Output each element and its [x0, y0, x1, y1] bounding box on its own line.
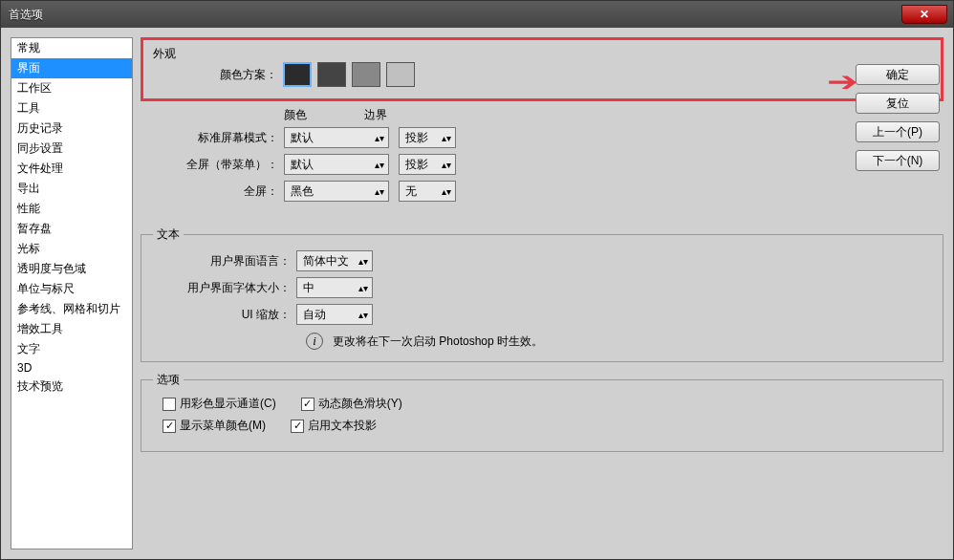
checkbox-label: 动态颜色滑块(Y) — [318, 396, 402, 412]
text-row: UI 缩放：自动▴▾ — [153, 304, 931, 325]
sidebar-item[interactable]: 历史记录 — [11, 118, 132, 139]
main-panel: 外观 颜色方案： 颜色 边界 标准屏幕模式：默认▴▾投影▴▾全屏（带菜单）：默认… — [141, 37, 943, 549]
dialog-body: 常规界面工作区工具历史记录同步设置文件处理导出性能暂存盘光标透明度与色域单位与标… — [1, 28, 953, 559]
annotation-highlight: 外观 颜色方案： — [141, 37, 943, 101]
sidebar-item[interactable]: 3D — [11, 359, 132, 377]
sidebar-item[interactable]: 文字 — [11, 339, 132, 359]
sidebar-item[interactable]: 导出 — [11, 179, 132, 199]
window-title: 首选项 — [9, 7, 43, 23]
color-scheme-swatches — [283, 62, 415, 87]
text-select[interactable]: 简体中文▴▾ — [296, 250, 373, 271]
row-label: 标准屏幕模式： — [141, 130, 284, 146]
checkbox[interactable]: ✓显示菜单颜色(M) — [163, 418, 266, 434]
close-button[interactable]: ✕ — [901, 5, 947, 24]
titlebar: 首选项 ✕ — [1, 1, 953, 28]
sidebar-item[interactable]: 界面 — [11, 58, 132, 78]
sidebar-item[interactable]: 常规 — [11, 38, 132, 58]
text-select[interactable]: 自动▴▾ — [296, 304, 373, 325]
sidebar-item[interactable]: 同步设置 — [11, 139, 132, 159]
row-label: 用户界面语言： — [153, 253, 296, 269]
checkbox-label: 启用文本投影 — [308, 418, 377, 434]
checkbox-label: 显示菜单颜色(M) — [180, 418, 266, 434]
category-sidebar[interactable]: 常规界面工作区工具历史记录同步设置文件处理导出性能暂存盘光标透明度与色域单位与标… — [11, 37, 133, 549]
options-row: 用彩色显示通道(C)✓动态颜色滑块(Y) — [163, 396, 931, 412]
appearance-detail-fieldset: 颜色 边界 标准屏幕模式：默认▴▾投影▴▾全屏（带菜单）：默认▴▾投影▴▾全屏：… — [141, 107, 943, 217]
row-label: 用户界面字体大小： — [153, 280, 296, 296]
appearance-legend: 外观 — [149, 46, 180, 62]
chevron-updown-icon: ▴▾ — [358, 283, 368, 293]
sidebar-item[interactable]: 光标 — [11, 239, 132, 259]
color-column-header: 颜色 — [284, 107, 307, 123]
next-button[interactable]: 下一个(N) — [856, 150, 940, 171]
color-select[interactable]: 默认▴▾ — [284, 154, 389, 175]
text-select[interactable]: 中▴▾ — [296, 277, 373, 298]
prev-button[interactable]: 上一个(P) — [856, 121, 940, 142]
chevron-updown-icon: ▴▾ — [442, 133, 451, 143]
sidebar-item[interactable]: 文件处理 — [11, 159, 132, 179]
restart-note: 更改将在下一次启动 Photoshop 时生效。 — [333, 334, 543, 350]
dialog-buttons: 确定 复位 上一个(P) 下一个(N) — [856, 64, 940, 171]
chevron-updown-icon: ▴▾ — [375, 133, 384, 143]
options-fieldset: 选项 用彩色显示通道(C)✓动态颜色滑块(Y)✓显示菜单颜色(M)✓启用文本投影 — [141, 372, 943, 452]
restart-note-row: i 更改将在下一次启动 Photoshop 时生效。 — [306, 333, 931, 350]
checkbox[interactable]: ✓动态颜色滑块(Y) — [301, 396, 402, 412]
text-fieldset: 文本 用户界面语言：简体中文▴▾用户界面字体大小：中▴▾UI 缩放：自动▴▾ i… — [141, 226, 943, 362]
chevron-updown-icon: ▴▾ — [358, 310, 368, 320]
sidebar-item[interactable]: 暂存盘 — [11, 219, 132, 239]
row-label: 全屏（带菜单）： — [141, 157, 284, 173]
sidebar-item[interactable]: 透明度与色域 — [11, 259, 132, 279]
color-swatch[interactable] — [283, 62, 312, 87]
text-row: 用户界面语言：简体中文▴▾ — [153, 250, 931, 271]
border-column-header: 边界 — [364, 107, 387, 123]
checkbox[interactable]: 用彩色显示通道(C) — [163, 396, 276, 412]
color-select[interactable]: 黑色▴▾ — [284, 181, 389, 202]
reset-button[interactable]: 复位 — [856, 93, 940, 114]
chevron-updown-icon: ▴▾ — [442, 160, 451, 170]
appearance-row: 全屏（带菜单）：默认▴▾投影▴▾ — [141, 154, 943, 175]
options-legend: 选项 — [153, 372, 184, 388]
preferences-window: 首选项 ✕ 常规界面工作区工具历史记录同步设置文件处理导出性能暂存盘光标透明度与… — [0, 0, 954, 560]
checkbox-label: 用彩色显示通道(C) — [180, 396, 276, 412]
sidebar-item[interactable]: 性能 — [11, 199, 132, 219]
info-icon: i — [306, 333, 323, 350]
options-row: ✓显示菜单颜色(M)✓启用文本投影 — [163, 418, 931, 434]
sidebar-item[interactable]: 工具 — [11, 98, 132, 118]
chevron-updown-icon: ▴▾ — [375, 186, 384, 197]
color-swatch[interactable] — [386, 62, 415, 87]
color-scheme-label: 颜色方案： — [149, 67, 283, 83]
chevron-updown-icon: ▴▾ — [375, 160, 384, 170]
sidebar-item[interactable]: 工作区 — [11, 78, 132, 98]
checkbox-box: ✓ — [291, 420, 304, 433]
sidebar-item[interactable]: 参考线、网格和切片 — [11, 299, 132, 319]
appearance-row: 标准屏幕模式：默认▴▾投影▴▾ — [141, 127, 943, 148]
sidebar-item[interactable]: 增效工具 — [11, 319, 132, 339]
checkbox-box — [163, 398, 176, 411]
chevron-updown-icon: ▴▾ — [442, 186, 451, 197]
border-select[interactable]: 无▴▾ — [399, 181, 456, 202]
border-select[interactable]: 投影▴▾ — [399, 154, 456, 175]
column-headers: 颜色 边界 — [284, 107, 943, 123]
sidebar-item[interactable]: 单位与标尺 — [11, 279, 132, 299]
color-select[interactable]: 默认▴▾ — [284, 127, 389, 148]
sidebar-item[interactable]: 技术预览 — [11, 377, 132, 397]
text-row: 用户界面字体大小：中▴▾ — [153, 277, 931, 298]
text-legend: 文本 — [153, 226, 184, 243]
appearance-row: 全屏：黑色▴▾无▴▾ — [141, 181, 943, 202]
row-label: 全屏： — [141, 183, 284, 200]
appearance-fieldset: 外观 颜色方案： — [149, 46, 935, 93]
color-swatch[interactable] — [352, 62, 380, 87]
color-swatch[interactable] — [317, 62, 346, 87]
checkbox[interactable]: ✓启用文本投影 — [291, 418, 377, 434]
border-select[interactable]: 投影▴▾ — [399, 127, 456, 148]
ok-button[interactable]: 确定 — [856, 64, 940, 85]
checkbox-box: ✓ — [163, 420, 176, 433]
chevron-updown-icon: ▴▾ — [358, 256, 368, 267]
checkbox-box: ✓ — [301, 398, 314, 411]
row-label: UI 缩放： — [153, 307, 296, 323]
